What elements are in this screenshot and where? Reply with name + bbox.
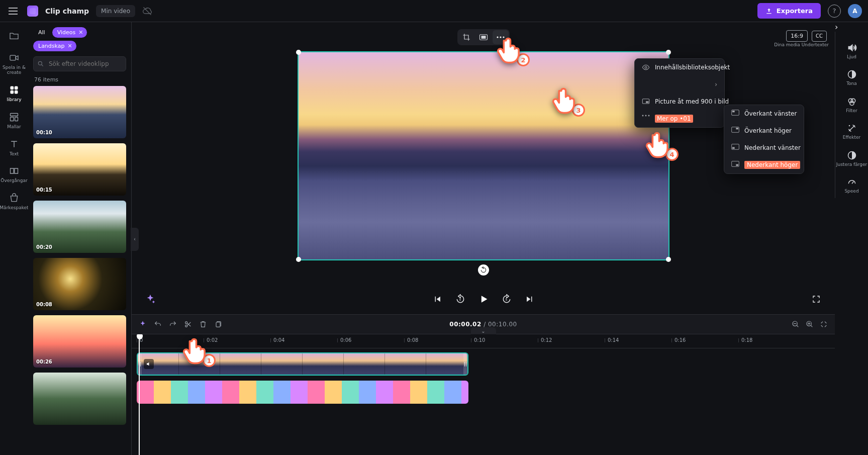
help-button[interactable]: ? [828, 5, 841, 18]
play-button[interactable] [476, 292, 491, 307]
zoom-in-button[interactable] [806, 320, 814, 328]
duplicate-button[interactable] [214, 320, 222, 328]
export-button[interactable]: Exportera [757, 3, 821, 19]
video-preview[interactable] [298, 51, 669, 260]
aspect-ratio[interactable]: 16:9 [786, 30, 808, 42]
prop-adjust[interactable]: Justera färger [835, 146, 868, 171]
svg-rect-27 [736, 164, 738, 166]
next-clip-button[interactable] [522, 292, 537, 307]
prop-effects[interactable]: Effekter [835, 119, 868, 144]
redo-button[interactable] [169, 320, 177, 328]
svg-point-37 [848, 125, 850, 127]
split-button[interactable] [184, 320, 192, 328]
search-input[interactable] [33, 56, 126, 71]
captions-button[interactable]: CC [812, 31, 827, 42]
menu-item-submenu[interactable] [635, 76, 724, 93]
resize-handle[interactable] [666, 50, 671, 55]
context-submenu: Överkant vänster Överkant höger Nederkan… [724, 105, 804, 174]
prop-filter[interactable]: Filter [835, 93, 868, 117]
prop-fade[interactable]: Tona [835, 65, 868, 90]
nav-transitions[interactable]: Övergångar [0, 162, 28, 187]
fwd-5-button[interactable]: 5 [499, 292, 514, 307]
submenu-item[interactable]: Överkant höger [724, 122, 804, 139]
chip-videos[interactable]: Videos✕ [52, 27, 87, 38]
crop-button[interactable] [458, 30, 474, 44]
prev-clip-button[interactable] [430, 292, 445, 307]
chip-all[interactable]: All [33, 27, 49, 38]
nav-record[interactable]: Spela in & create [0, 49, 28, 78]
sidebar-collapse-toggle[interactable]: ‹ [131, 228, 139, 251]
audio-clip[interactable] [137, 381, 468, 404]
menu-item-more[interactable]: Mer op •01 [635, 110, 724, 127]
trim-handle-right[interactable]: || [463, 353, 467, 375]
nav-library[interactable]: library [0, 81, 28, 106]
svg-point-36 [849, 101, 853, 105]
preview-frame [299, 52, 668, 259]
svg-rect-3 [11, 90, 14, 94]
menu-button[interactable] [6, 4, 20, 18]
more-icon [642, 115, 650, 123]
top-right-hint: Dina media Undertexter [774, 42, 829, 47]
prop-speed[interactable]: Speed [835, 173, 868, 198]
video-thumb[interactable] [33, 373, 126, 425]
menu-item-pip[interactable]: Picture åt med 900 i bild [635, 93, 724, 110]
pip-pos-icon [731, 127, 739, 135]
submenu-item[interactable]: Nederkant vänster [724, 139, 804, 156]
submenu-item-selected[interactable]: Nederkant höger [724, 156, 804, 173]
prop-audio[interactable]: Ljud [835, 39, 868, 63]
zoom-out-button[interactable] [792, 320, 800, 328]
video-thumb[interactable]: 00:10 [33, 86, 126, 138]
resize-handle[interactable] [296, 50, 301, 55]
video-thumb[interactable]: 00:20 [33, 201, 126, 253]
chip-landskap[interactable]: Landskap✕ [33, 41, 76, 51]
svg-rect-4 [15, 90, 18, 94]
menu-item[interactable]: Innehållsbiblioteksobjekt [635, 59, 724, 76]
close-icon[interactable]: ✕ [67, 43, 72, 49]
properties-rail: Ljud Tona Filter Effekter Justera färger… [835, 32, 868, 198]
hand-icon [643, 131, 671, 159]
back-5-button[interactable]: 5 [453, 292, 468, 307]
fill-button[interactable] [475, 30, 492, 44]
video-thumb[interactable]: 00:08 [33, 258, 126, 310]
thumbnail-list[interactable]: 00:10 00:15 00:20 00:08 00:26 [28, 86, 131, 455]
delete-button[interactable] [199, 320, 207, 328]
svg-rect-21 [732, 111, 735, 112]
upload-icon [765, 8, 773, 15]
submenu-item[interactable]: Överkant vänster [724, 105, 804, 122]
app-name: Clip champ [45, 7, 89, 15]
svg-text:5: 5 [459, 298, 461, 301]
svg-point-8 [38, 61, 42, 65]
timecode: 00:00.02 / 00:10.00 [449, 321, 517, 328]
video-thumb[interactable]: 00:26 [33, 315, 126, 368]
timeline-expand-toggle[interactable]: ⌄ [471, 327, 496, 334]
video-thumb[interactable]: 00:15 [33, 143, 126, 196]
svg-rect-0 [10, 55, 16, 60]
svg-rect-16 [646, 101, 648, 103]
project-name[interactable]: Min video [96, 5, 135, 17]
mute-icon[interactable] [144, 359, 154, 369]
resize-handle[interactable] [666, 257, 671, 262]
playhead[interactable] [139, 334, 140, 455]
svg-text:5: 5 [505, 298, 507, 301]
svg-rect-30 [216, 322, 220, 327]
magic-button[interactable] [139, 320, 147, 328]
close-icon[interactable]: ✕ [78, 29, 83, 36]
ruler-mark: 0:10 [471, 337, 485, 343]
hand-icon [180, 337, 209, 365]
zoom-fit-button[interactable] [820, 320, 828, 328]
nav-brandkit[interactable]: Märkespaket [0, 190, 28, 214]
undo-button[interactable] [154, 320, 162, 328]
time-ruler[interactable]: 0 0:02 0:04 0:06 0:08 0:10 0:12 0:14 0:1… [132, 334, 835, 348]
nav-media[interactable] [0, 27, 28, 46]
fullscreen-button[interactable] [809, 292, 824, 307]
timeline[interactable]: 0 0:02 0:04 0:06 0:08 0:10 0:12 0:14 0:1… [132, 334, 835, 455]
app-logo [27, 6, 38, 17]
ai-button[interactable] [143, 292, 158, 307]
right-rail-collapse-toggle[interactable]: › [835, 22, 868, 32]
rotate-handle[interactable] [478, 264, 489, 276]
svg-rect-2 [15, 86, 18, 89]
avatar[interactable]: A [848, 4, 862, 18]
nav-templates[interactable]: Mallar [0, 109, 28, 133]
resize-handle[interactable] [296, 257, 301, 262]
nav-text[interactable]: Text [0, 136, 28, 160]
